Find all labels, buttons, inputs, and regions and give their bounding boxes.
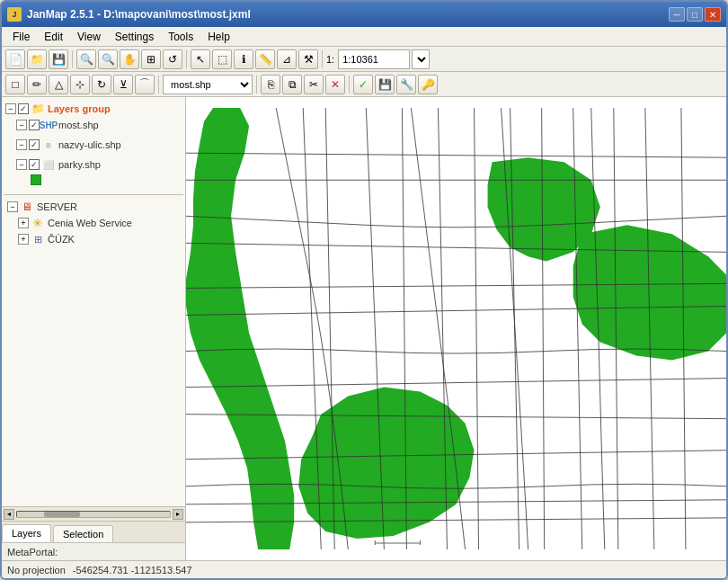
arc-button[interactable]: ⌒ [135,75,155,94]
group-checkbox[interactable] [18,103,29,114]
scale-dropdown[interactable] [412,49,430,69]
server-section: − 🖥 SERVER + ✳ Cenia Web Service + ⊞ ČÚZ… [4,194,183,251]
measure2-button[interactable]: ⊿ [277,49,297,69]
map-area[interactable] [186,97,726,560]
parky-legend [31,174,41,185]
parky-checkbox[interactable] [29,159,40,170]
parky-label: parky.shp [58,159,101,170]
scale-input[interactable] [338,49,410,69]
move-node-button[interactable]: ⊹ [70,75,90,94]
title-bar: J JanMap 2.5.1 - D:\mapovani\most\most.j… [2,2,726,27]
toolbar-edit: □ ✏ △ ⊹ ↻ ⊻ ⌒ most.shp ⎘ ⧉ ✂ ✕ ✓ 💾 🔧 🔑 [2,72,726,97]
coords-label: -546254.731 -1121513.547 [73,565,192,576]
status-bar: No projection -546254.731 -1121513.547 [2,560,726,578]
zoom-out-button[interactable]: 🔍 [98,49,118,69]
maximize-button[interactable]: □ [687,7,703,22]
rotate-button[interactable]: ↻ [92,75,111,94]
draw-poly-button[interactable]: △ [49,75,68,94]
cuzk-row[interactable]: + ⊞ ČÚZK [5,231,182,247]
select-box-button[interactable]: ⬚ [212,49,232,69]
main-window: J JanMap 2.5.1 - D:\mapovani\most\most.j… [0,0,728,580]
parky-expand[interactable]: − [16,159,27,170]
meta-bar: MetaPortal: [2,542,185,560]
info-button[interactable]: ℹ [234,49,253,69]
meta-label: MetaPortal: [7,547,58,558]
map-canvas [186,97,726,560]
most-checkbox[interactable] [29,120,40,130]
select-button[interactable]: ↖ [191,49,210,69]
properties-button[interactable]: 🔧 [396,75,416,94]
menu-file[interactable]: File [5,29,37,45]
layer-group-row[interactable]: − 📁 Layers group [4,101,183,117]
tool-button[interactable]: ⚒ [298,49,318,69]
group-expand[interactable]: − [5,103,16,114]
menu-tools[interactable]: Tools [161,29,200,45]
layer-panel: − 📁 Layers group − SHP most.shp − ≡ [2,97,185,506]
server-label: SERVER [37,201,77,212]
cenia-icon: ✳ [31,216,45,230]
layer-nazvy-row[interactable]: − ≡ nazvy-ulic.shp [4,137,183,153]
main-area: − 📁 Layers group − SHP most.shp − ≡ [2,97,726,560]
nazvy-expand[interactable]: − [16,139,27,150]
zoom-extent-button[interactable]: ⊞ [141,49,161,69]
most-label: most.shp [58,120,99,130]
menu-edit[interactable]: Edit [37,29,70,45]
sidebar: − 📁 Layers group − SHP most.shp − ≡ [2,97,186,560]
projection-label: No projection [7,565,66,576]
check-button[interactable]: ✓ [353,75,373,94]
layer-select[interactable]: most.shp [163,75,253,94]
tab-selection[interactable]: Selection [53,525,113,542]
layer-most-row[interactable]: − SHP most.shp [4,117,183,133]
toolbar-main: 📄 📁 💾 🔍 🔍 ✋ ⊞ ↺ ↖ ⬚ ℹ 📏 ⊿ ⚒ 1: [2,47,726,72]
tab-bar: Layers Selection [2,521,185,542]
server-expand[interactable]: − [7,201,18,212]
separator5 [256,76,257,94]
separator2 [186,50,187,68]
h-scrollbar[interactable]: ◂ ▸ [2,506,185,521]
group-label: Layers group [48,103,111,114]
delete-button[interactable]: ✕ [325,75,345,94]
cenia-label: Cenia Web Service [48,218,132,228]
poly-icon: ⬜ [41,157,56,172]
menu-bar: File Edit View Settings Tools Help [2,27,726,47]
window-title: JanMap 2.5.1 - D:\mapovani\most\most.jxm… [27,8,669,21]
save-button[interactable]: 💾 [49,49,68,69]
scroll-right[interactable]: ▸ [173,509,183,520]
new-button[interactable]: 📄 [5,49,25,69]
shp2-icon: ≡ [41,138,56,152]
paste-button[interactable]: ⧉ [282,75,302,94]
nazvy-checkbox[interactable] [29,139,40,150]
cenia-expand[interactable]: + [18,218,29,228]
scroll-thumb[interactable] [44,512,80,517]
cut-button[interactable]: ✂ [304,75,324,94]
pan-button[interactable]: ✋ [120,49,139,69]
extra-button[interactable]: 🔑 [418,75,438,94]
tab-layers[interactable]: Layers [2,524,51,542]
most-expand[interactable]: − [16,120,27,130]
cuzk-icon: ⊞ [31,232,45,246]
open-button[interactable]: 📁 [27,49,47,69]
edit-square-button[interactable]: □ [5,75,25,94]
close-button[interactable]: ✕ [705,7,721,22]
server-row[interactable]: − 🖥 SERVER [5,199,182,215]
cuzk-expand[interactable]: + [18,234,29,245]
zoom-in-button[interactable]: 🔍 [76,49,96,69]
refresh-button[interactable]: ↺ [163,49,182,69]
menu-settings[interactable]: Settings [108,29,161,45]
separator6 [349,76,350,94]
scroll-track[interactable] [16,511,171,518]
draw-line-button[interactable]: ✏ [27,75,47,94]
separator3 [322,50,323,68]
separator1 [72,50,73,68]
minimize-button[interactable]: ─ [669,7,685,22]
save2-button[interactable]: 💾 [375,75,395,94]
layer-parky-row[interactable]: − ⬜ parky.shp [4,156,183,173]
measure-button[interactable]: 📏 [255,49,275,69]
cenia-row[interactable]: + ✳ Cenia Web Service [5,215,182,231]
snap-button[interactable]: ⊻ [113,75,133,94]
scale-label: 1: [326,54,334,65]
menu-view[interactable]: View [70,29,108,45]
menu-help[interactable]: Help [200,29,237,45]
scroll-left[interactable]: ◂ [4,509,14,520]
copy-button[interactable]: ⎘ [261,75,280,94]
